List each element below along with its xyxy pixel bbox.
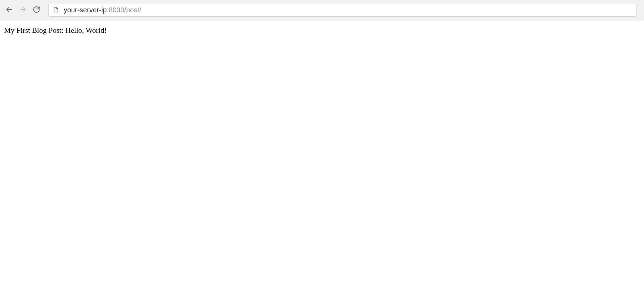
body-text: My First Blog Post: Hello, World! <box>4 26 640 35</box>
reload-icon <box>33 6 40 14</box>
reload-button[interactable] <box>31 5 42 15</box>
arrow-left-icon <box>5 6 13 14</box>
address-bar[interactable]: your-server-ip:8000/post/ <box>48 4 636 17</box>
page-icon <box>53 7 59 13</box>
page-content: My First Blog Post: Hello, World! <box>0 20 644 40</box>
url-port-path: :8000/post/ <box>107 6 141 14</box>
back-button[interactable] <box>4 5 14 15</box>
url-text: your-server-ip:8000/post/ <box>64 6 141 14</box>
forward-button[interactable] <box>18 5 28 15</box>
url-host: your-server-ip <box>64 6 107 14</box>
browser-toolbar: your-server-ip:8000/post/ <box>0 0 644 20</box>
arrow-right-icon <box>19 6 27 14</box>
